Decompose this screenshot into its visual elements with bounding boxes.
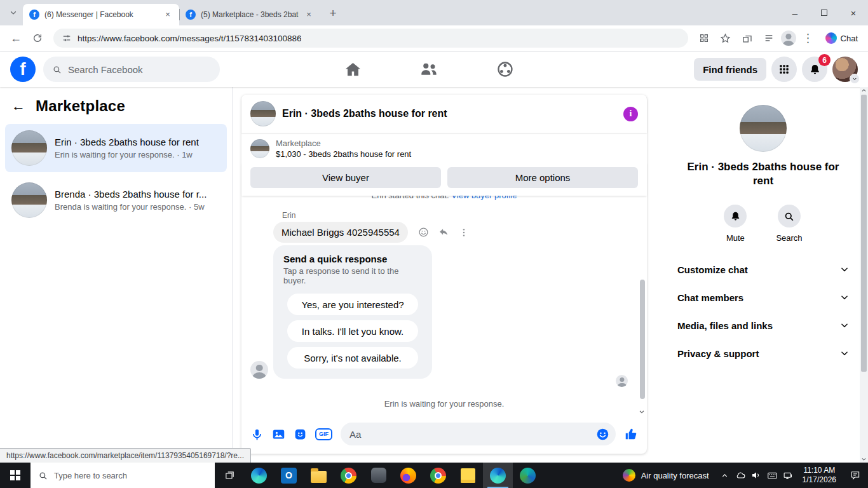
task-view-button[interactable] [215,463,244,488]
marketplace-listing-row[interactable]: Marketplace $1,030 - 3beds 2baths house … [241,133,647,162]
start-button[interactable] [0,463,31,488]
tray-keyboard-icon[interactable] [764,463,780,488]
composer-pill[interactable] [341,423,616,445]
tab-close-icon[interactable]: × [304,10,314,20]
listing-title: $1,030 - 3beds 2baths house for rent [276,149,411,159]
menu-item-label: Chat members [677,292,743,303]
chat-header[interactable]: Erin · 3beds 2baths house for rent i [241,95,647,133]
menu-item-privacy-support[interactable]: Privacy & support [671,339,855,367]
tab-search-button[interactable] [5,4,22,21]
home-tab[interactable] [344,60,362,78]
conversation-item-brenda[interactable]: Brenda · 3beds 2baths house for r... Bre… [5,176,227,224]
taskbar-search[interactable]: Type here to search [31,463,215,488]
reload-button[interactable] [28,29,47,48]
groups-tab[interactable] [496,60,514,78]
quick-response-option-3[interactable]: Sorry, it's not available. [287,347,418,369]
menu-item-media-files-links[interactable]: Media, files and links [671,311,855,339]
collections-icon[interactable] [738,29,757,48]
menu-item-label: Customize chat [677,264,748,275]
view-buyer-button[interactable]: View buyer [250,167,441,188]
window-close-button[interactable]: × [839,0,868,25]
window-minimize-button[interactable]: – [780,0,810,25]
taskbar-icon-edge-active[interactable] [483,463,513,488]
scroll-up-icon[interactable] [861,88,867,93]
facebook-logo[interactable]: f [10,57,36,82]
find-friends-button[interactable]: Find friends [694,58,766,81]
facebook-favicon-icon: f [29,10,39,20]
facebook-search[interactable]: Search Facebook [43,57,220,82]
taskbar-icon-firefox[interactable] [393,463,423,488]
menu-item-label: Media, files and links [677,320,773,331]
mute-action[interactable]: Mute [724,205,747,243]
gif-icon[interactable]: GIF [315,428,332,440]
edge-chat-button[interactable]: Chat [820,32,862,44]
reply-icon[interactable] [438,227,449,238]
windows-logo-icon [10,470,20,480]
quick-response-option-2[interactable]: In talks. I'll let you know. [287,320,418,342]
sticker-icon[interactable] [294,428,307,441]
scroll-down-icon[interactable] [861,456,867,462]
page-scrollbar[interactable] [860,87,868,463]
tray-network-icon[interactable] [780,463,796,488]
message-bubble[interactable]: Michael Briggs 4025945554 [273,222,408,243]
browser-menu-icon[interactable]: ⋮ [799,29,818,48]
back-button[interactable]: ← [6,29,25,48]
menu-item-chat-members[interactable]: Chat members [671,283,855,311]
conversation-avatar [11,130,47,166]
tab-messenger[interactable]: f (6) Messenger | Facebook × [23,4,179,25]
new-tab-button[interactable]: + [324,4,342,22]
taskbar-icon-chrome-2[interactable] [423,463,453,488]
taskbar-icon-file-explorer[interactable] [304,463,334,488]
tab-groups-icon[interactable] [695,29,714,48]
mute-label: Mute [726,233,745,243]
bookmark-star-icon[interactable] [716,29,735,48]
message-list[interactable]: Erin started this chat. View buyer profi… [241,196,647,416]
profile-avatar[interactable] [832,57,858,82]
scrollbar-thumb[interactable] [861,95,867,372]
message-input[interactable] [349,429,591,440]
tab-marketplace[interactable]: f (5) Marketplace - 3beds 2baths ho × [179,4,320,25]
weather-widget[interactable]: Air quality forecast [615,463,717,488]
react-emoji-icon[interactable] [418,227,429,238]
search-action[interactable]: Search [776,205,802,243]
thumbs-up-icon[interactable] [624,427,638,441]
taskbar-icon-sticky-notes[interactable] [453,463,483,488]
taskbar-icon-chrome[interactable] [334,463,363,488]
friends-tab[interactable] [420,60,438,78]
taskbar-icon-app[interactable] [363,463,393,488]
seen-indicator-avatar [616,375,628,387]
tray-volume-icon[interactable] [749,463,764,488]
chat-start-note: Erin started this chat. View buyer profi… [250,196,638,201]
quick-response-option-1[interactable]: Yes, are you interested? [287,294,418,315]
window-maximize-button[interactable] [810,0,839,25]
tray-cloud-icon[interactable] [733,463,749,488]
menu-item-customize-chat[interactable]: Customize chat [671,255,855,283]
back-arrow-icon[interactable]: ← [11,98,25,114]
scroll-down-icon[interactable] [639,409,645,415]
taskbar-clock[interactable]: 11:10 AM 1/17/2026 [796,463,843,488]
more-options-button[interactable]: More options [447,167,638,188]
voice-clip-icon[interactable] [250,428,264,441]
action-center-button[interactable] [843,463,868,488]
chat-scrollbar[interactable] [640,280,645,399]
reading-list-icon[interactable] [759,29,778,48]
conversation-item-erin[interactable]: Erin · 3beds 2baths house for rent Erin … [5,124,227,172]
url-text: https://www.facebook.com/messages/t/1157… [78,34,301,43]
image-attach-icon[interactable] [272,428,285,441]
site-info-icon[interactable] [62,34,71,43]
browser-profile-avatar[interactable] [781,30,796,46]
apps-menu-button[interactable] [771,57,797,82]
tab-close-icon[interactable]: × [163,10,173,20]
emoji-picker-icon[interactable] [596,428,609,441]
hidden-icons-chevron[interactable] [717,463,733,488]
bell-icon [809,64,821,76]
conversation-info-icon[interactable]: i [623,107,638,121]
notifications-button[interactable]: 6 [802,57,827,82]
more-icon[interactable] [459,227,469,238]
taskbar-icon-edge[interactable] [244,463,274,488]
taskbar-icon-app-2[interactable] [513,463,543,488]
taskbar-icon-outlook[interactable] [274,463,304,488]
air-quality-icon [623,469,635,482]
view-buyer-profile-link[interactable]: View buyer profile [451,196,517,200]
url-bar[interactable]: https://www.facebook.com/messages/t/1157… [53,29,688,48]
